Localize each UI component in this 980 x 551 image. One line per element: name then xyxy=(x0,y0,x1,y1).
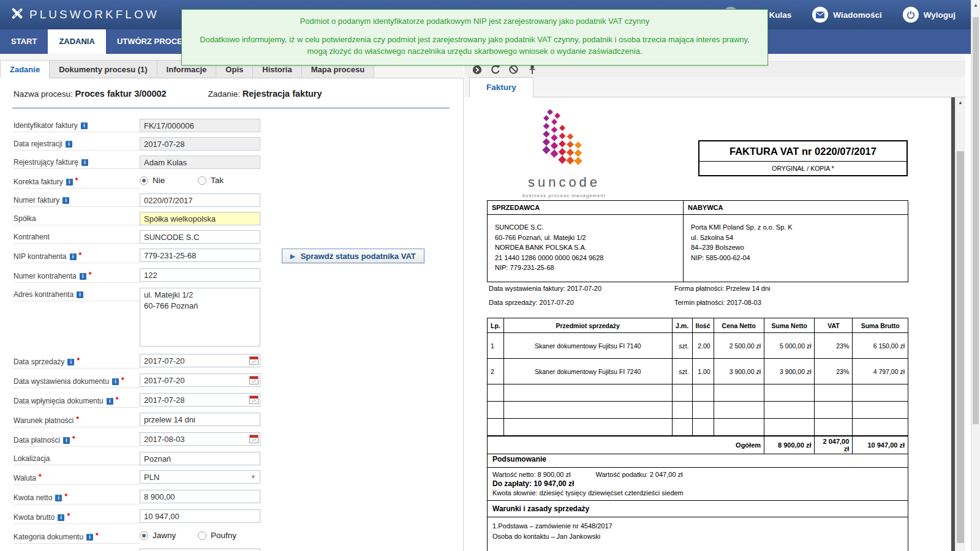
field-control xyxy=(140,268,260,282)
invoice-subtitle: ORYGINAŁ / KOPIA * xyxy=(699,162,907,175)
form-row-korekta-faktury: Korekta fakturyi*NieTak xyxy=(13,174,463,189)
document-scrollbar-thumb[interactable] xyxy=(957,151,964,543)
info-icon[interactable]: i xyxy=(55,495,62,501)
document-scrollbar[interactable]: ▲ xyxy=(955,97,965,551)
summary-netto: Wartość netto: 8 900,00 zł xyxy=(492,471,570,478)
invoice-col-header: Cena Netto xyxy=(714,318,764,333)
field-label-text: Kwota brutto xyxy=(13,513,55,522)
radio-korekta-faktury-tak[interactable]: Tak xyxy=(198,176,224,185)
field-input-kwota-netto[interactable] xyxy=(140,490,260,503)
info-icon[interactable]: i xyxy=(86,534,93,541)
field-control: PLN▼ xyxy=(140,470,260,484)
subtab-dokumenty-procesu-1[interactable]: Dokumenty procesu (1) xyxy=(50,60,157,78)
radio-kategoria-dokumentu-poufny[interactable]: Poufny xyxy=(198,531,236,540)
info-icon[interactable]: i xyxy=(62,197,69,204)
field-label-text: Warunek płatności xyxy=(13,416,74,425)
field-input-kwota-brutto[interactable] xyxy=(140,509,260,523)
calendar-icon[interactable] xyxy=(249,376,258,384)
info-icon[interactable]: i xyxy=(66,179,73,186)
nav-tab-start[interactable]: START xyxy=(0,29,48,54)
pin-icon[interactable] xyxy=(527,64,537,75)
form-row-numer-faktury: Numer fakturyi xyxy=(13,193,463,207)
required-asterisk: * xyxy=(75,176,78,185)
subtab-zadanie[interactable]: Zadanie xyxy=(0,60,50,78)
info-icon[interactable]: i xyxy=(80,273,86,280)
radio-circle-icon[interactable] xyxy=(140,176,148,185)
info-icon[interactable]: i xyxy=(112,378,119,385)
logout-label: Wyloguj xyxy=(924,10,956,20)
field-label: Data wpłynięcia dokumentui* xyxy=(13,393,140,408)
nav-tab-zadania[interactable]: ZADANIA xyxy=(48,29,106,54)
field-input-numer-kontrahenta[interactable] xyxy=(140,268,260,282)
mail-icon xyxy=(812,7,828,23)
forward-circle-icon[interactable] xyxy=(472,64,482,75)
invoice-cell xyxy=(764,419,815,436)
field-input-numer-faktury[interactable] xyxy=(140,193,260,207)
invoice-title-box: FAKTURA VAT nr 0220/07/2017 ORYGINAŁ / K… xyxy=(698,140,908,176)
form-row-lokalizacja: Lokalizacja xyxy=(13,452,463,465)
info-icon[interactable]: i xyxy=(58,514,64,521)
field-input-data-płatności[interactable] xyxy=(140,432,260,446)
field-input-data-wystawienia-dokumentu[interactable] xyxy=(140,373,260,387)
invoice-col-header: Ilość xyxy=(692,318,714,333)
form-row-warunek-płatności: Warunek płatności* xyxy=(13,413,463,427)
radio-label: Poufny xyxy=(211,531,236,540)
field-input-nip-kontrahenta[interactable] xyxy=(140,249,260,262)
field-input-warunek-płatności[interactable] xyxy=(140,413,260,426)
field-input-data-rejestracji[interactable] xyxy=(140,137,260,151)
invoice-cell xyxy=(488,419,504,436)
field-input-data-wpłynięcia-dokumentu[interactable] xyxy=(140,393,260,407)
info-icon[interactable]: i xyxy=(81,122,88,129)
field-control xyxy=(140,354,260,367)
text-line: NIP: 779-231-25-68 xyxy=(495,263,676,273)
info-icon[interactable]: i xyxy=(77,291,83,298)
info-icon[interactable]: i xyxy=(66,141,72,148)
messages-button[interactable]: Wiadomości xyxy=(812,7,881,23)
field-input-rejestrujący-fakturę[interactable] xyxy=(140,156,260,169)
field-select-waluta[interactable]: PLN▼ xyxy=(140,470,260,484)
radio-circle-icon[interactable] xyxy=(140,531,148,540)
scroll-up-icon[interactable]: ▲ xyxy=(956,97,965,108)
check-vat-status-button[interactable]: ▶ Sprawdź status podatnika VAT xyxy=(282,249,424,263)
title-divider xyxy=(12,108,450,108)
invoice-brand-text: suncode xyxy=(518,174,610,190)
logo-text: PLUSWORKFLOW xyxy=(29,8,159,21)
radio-circle-icon[interactable] xyxy=(198,531,206,540)
block-icon[interactable] xyxy=(508,64,519,75)
radio-circle-icon[interactable] xyxy=(198,176,206,185)
banner-line1: Podmiot o podanym identyfikatorze podatk… xyxy=(193,17,756,26)
invoice-table-header-row: Lp.Przedmiot sprzedażyJ.m.IlośćCena Nett… xyxy=(488,318,908,333)
info-icon[interactable]: i xyxy=(67,359,74,365)
invoice-cell: Skaner dokumentowy Fujitsu FI 7140 xyxy=(503,333,672,359)
info-icon[interactable]: i xyxy=(81,159,88,166)
info-icon[interactable]: i xyxy=(107,398,113,405)
logout-button[interactable]: Wyloguj xyxy=(903,7,956,23)
field-input-identyfikator-faktury[interactable] xyxy=(140,119,260,132)
page-scrollbar-thumb[interactable] xyxy=(973,17,979,424)
field-select-osoba-merytoryczna[interactable]: Katarzyna Szweda▼ xyxy=(140,549,260,551)
radio-korekta-faktury-nie[interactable]: Nie xyxy=(140,176,198,185)
page-scrollbar[interactable]: ▲ xyxy=(971,0,980,551)
field-input-spółka[interactable] xyxy=(140,212,260,225)
buyer-header: NABYWCA xyxy=(684,201,908,214)
invoice-cell xyxy=(503,419,672,436)
required-asterisk: * xyxy=(72,435,75,443)
invoice-cell xyxy=(853,402,908,419)
page-scroll-up-icon[interactable]: ▲ xyxy=(971,0,980,10)
refresh-icon[interactable] xyxy=(490,64,500,75)
field-input-kontrahent[interactable] xyxy=(140,230,260,244)
field-input-adres-kontrahenta[interactable] xyxy=(140,288,260,347)
field-input-data-sprzedaży[interactable] xyxy=(140,354,260,367)
radio-kategoria-dokumentu-jawny[interactable]: Jawny xyxy=(140,531,198,540)
calendar-icon[interactable] xyxy=(249,356,258,365)
required-asterisk: * xyxy=(39,473,42,481)
tab-faktury[interactable]: Faktury xyxy=(469,77,533,97)
info-icon[interactable]: i xyxy=(70,253,77,260)
field-input-lokalizacja[interactable] xyxy=(140,452,260,465)
info-icon[interactable]: i xyxy=(63,437,70,444)
calendar-icon[interactable] xyxy=(249,395,258,404)
task-label: Zadanie: xyxy=(208,89,240,99)
field-label-text: Adres kontrahenta xyxy=(13,290,74,299)
calendar-icon[interactable] xyxy=(249,435,258,443)
field-label-text: Data sprzedaży xyxy=(13,358,64,366)
